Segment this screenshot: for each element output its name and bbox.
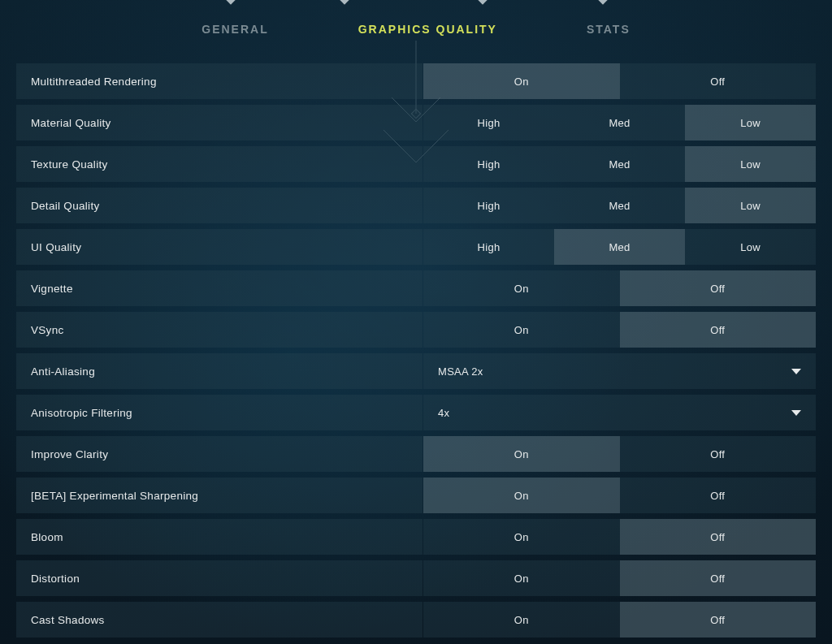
setting-row-material: Material QualityHighMedLow xyxy=(16,105,816,140)
chevron-down-icon xyxy=(791,369,801,374)
setting-options: OnOff xyxy=(423,63,816,99)
setting-row-bloom: BloomOnOff xyxy=(16,519,816,555)
option-high[interactable]: High xyxy=(423,188,554,223)
option-off[interactable]: Off xyxy=(620,63,817,99)
option-off[interactable]: Off xyxy=(620,519,817,555)
setting-row-detail: Detail QualityHighMedLow xyxy=(16,188,816,223)
setting-row-multithreaded: Multithreaded RenderingOnOff xyxy=(16,63,816,99)
tab-stats[interactable]: STATS xyxy=(587,23,630,36)
tab-general[interactable]: GENERAL xyxy=(202,23,268,36)
option-high[interactable]: High xyxy=(423,229,554,265)
setting-label: Vignette xyxy=(16,270,422,306)
option-low[interactable]: Low xyxy=(685,105,816,140)
option-on[interactable]: On xyxy=(423,63,620,99)
setting-row-clarity: Improve ClarityOnOff xyxy=(16,436,816,472)
setting-row-vsync: VSyncOnOff xyxy=(16,312,816,348)
setting-label: Cast Shadows xyxy=(16,602,422,638)
option-on[interactable]: On xyxy=(423,436,620,472)
option-off[interactable]: Off xyxy=(620,270,817,306)
setting-row-aa: Anti-AliasingMSAA 2x xyxy=(16,353,816,389)
setting-label: VSync xyxy=(16,312,422,348)
setting-options: HighMedLow xyxy=(423,105,816,140)
setting-row-distortion: DistortionOnOff xyxy=(16,560,816,596)
setting-label: Detail Quality xyxy=(16,188,422,223)
option-med[interactable]: Med xyxy=(554,146,685,182)
setting-options: HighMedLow xyxy=(423,229,816,265)
setting-label: Anti-Aliasing xyxy=(16,353,422,389)
option-on[interactable]: On xyxy=(423,560,620,596)
chevron-down-icon xyxy=(791,410,801,416)
option-on[interactable]: On xyxy=(423,478,620,513)
setting-options: OnOff xyxy=(423,312,816,348)
option-low[interactable]: Low xyxy=(685,188,816,223)
setting-options: OnOff xyxy=(423,560,816,596)
settings-list: Multithreaded RenderingOnOffMaterial Qua… xyxy=(16,63,816,644)
setting-label: Distortion xyxy=(16,560,422,596)
setting-row-shadows: Cast ShadowsOnOff xyxy=(16,602,816,638)
tab-graphics-quality[interactable]: GRAPHICS QUALITY xyxy=(358,23,497,36)
setting-options: OnOff xyxy=(423,602,816,638)
setting-options: OnOff xyxy=(423,270,816,306)
setting-row-ui: UI QualityHighMedLow xyxy=(16,229,816,265)
option-med[interactable]: Med xyxy=(554,105,685,140)
setting-label: UI Quality xyxy=(16,229,422,265)
option-on[interactable]: On xyxy=(423,270,620,306)
option-med[interactable]: Med xyxy=(554,188,685,223)
option-low[interactable]: Low xyxy=(685,229,816,265)
dropdown-value: MSAA 2x xyxy=(438,365,791,378)
option-low[interactable]: Low xyxy=(685,146,816,182)
option-med[interactable]: Med xyxy=(554,229,685,265)
setting-row-af: Anisotropic Filtering4x xyxy=(16,395,816,430)
option-on[interactable]: On xyxy=(423,519,620,555)
setting-options: OnOff xyxy=(423,436,816,472)
setting-options: OnOff xyxy=(423,478,816,513)
setting-row-sharpen: [BETA] Experimental SharpeningOnOff xyxy=(16,478,816,513)
option-off[interactable]: Off xyxy=(620,560,817,596)
option-off[interactable]: Off xyxy=(620,312,817,348)
setting-label: Texture Quality xyxy=(16,146,422,182)
setting-label: Bloom xyxy=(16,519,422,555)
dropdown-value: 4x xyxy=(438,407,791,419)
setting-options: HighMedLow xyxy=(423,146,816,182)
setting-options: OnOff xyxy=(423,519,816,555)
option-off[interactable]: Off xyxy=(620,478,817,513)
option-on[interactable]: On xyxy=(423,312,620,348)
setting-label: Improve Clarity xyxy=(16,436,422,472)
option-off[interactable]: Off xyxy=(620,602,817,638)
setting-label: Multithreaded Rendering xyxy=(16,63,422,99)
setting-dropdown-af[interactable]: 4x xyxy=(423,395,816,430)
option-high[interactable]: High xyxy=(423,146,554,182)
setting-label: [BETA] Experimental Sharpening xyxy=(16,478,422,513)
setting-row-vignette: VignetteOnOff xyxy=(16,270,816,306)
setting-dropdown-aa[interactable]: MSAA 2x xyxy=(423,353,816,389)
settings-tabs: GENERAL GRAPHICS QUALITY STATS xyxy=(0,0,832,36)
setting-row-texture: Texture QualityHighMedLow xyxy=(16,146,816,182)
setting-options: HighMedLow xyxy=(423,188,816,223)
option-off[interactable]: Off xyxy=(620,436,817,472)
option-high[interactable]: High xyxy=(423,105,554,140)
option-on[interactable]: On xyxy=(423,602,620,638)
setting-label: Material Quality xyxy=(16,105,422,140)
setting-label: Anisotropic Filtering xyxy=(16,395,422,430)
